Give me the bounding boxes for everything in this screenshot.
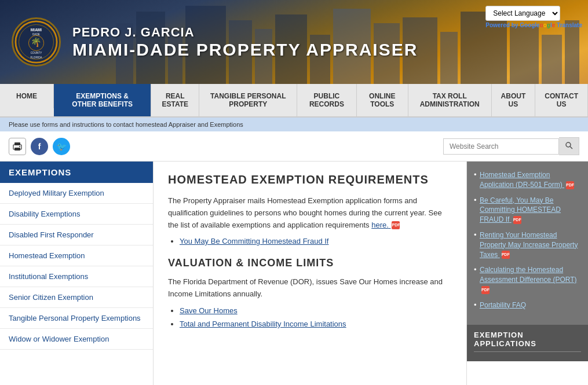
fraud-link[interactable]: You May Be Committing Homestead Fraud If	[180, 237, 328, 245]
svg-point-28	[566, 142, 571, 147]
sidebar-item-widow-or-widower-exemption[interactable]: Widow or Widower Exemption	[0, 329, 153, 350]
sidebar-item-disability-exemptions[interactable]: Disability Exemptions	[0, 204, 153, 225]
sidebar-item-institutional-exemptions[interactable]: Institutional Exemptions	[0, 266, 153, 287]
right-sidebar-link[interactable]: Portability FAQ	[480, 300, 581, 310]
nav-item-online-tools[interactable]: ONLINE TOOLS	[357, 84, 408, 116]
language-selector[interactable]: Select Language Powered by Googleoogle T…	[485, 6, 582, 28]
section2-text: The Florida Department of Revenue (DOR),…	[168, 276, 452, 300]
exemption-apps-title: EXEMPTION APPLICATIONS	[474, 331, 581, 352]
nav-item-public-records[interactable]: PUBLIC RECORDS	[297, 84, 356, 116]
pdf-icon: PDF	[392, 221, 400, 229]
svg-rect-26	[14, 148, 20, 151]
appraiser-name: PEDRO J. GARCIA	[72, 25, 418, 40]
language-select[interactable]: Select Language	[485, 6, 560, 21]
header: Select Language Powered by Googleoogle T…	[0, 0, 588, 84]
powered-by: Powered by Googleoogle Translate	[485, 22, 582, 28]
sidebar-item-senior-citizen-exemption[interactable]: Senior Citizen Exemption	[0, 287, 153, 308]
disability-income-link[interactable]: Total and Permanent Disability Income Li…	[180, 320, 346, 328]
right-sidebar-links: Homestead Exemption Application (DR-501 …	[467, 162, 588, 325]
search-input[interactable]	[443, 138, 559, 155]
section1-list: You May Be Committing Homestead Fraud If	[180, 237, 452, 245]
nav-item-tax-roll[interactable]: TAX ROLL ADMINISTRATION	[408, 84, 492, 116]
section2-title: VALUATION & INCOME LIMITS	[168, 257, 452, 269]
svg-line-29	[570, 146, 572, 149]
sidebar-item-tangible-personal-property-exemptions[interactable]: Tangible Personal Property Exemptions	[0, 308, 153, 329]
main-nav: HOMEEXEMPTIONS & OTHER BENEFITSREAL ESTA…	[0, 84, 588, 118]
right-sidebar-link[interactable]: Be Careful, You May Be Committing HOMEST…	[480, 196, 581, 225]
svg-text:MIAMI: MIAMI	[31, 28, 42, 32]
svg-text:🌴: 🌴	[31, 37, 42, 47]
pdf-icon: PDF	[513, 216, 521, 224]
pdf-icon: PDF	[502, 251, 510, 259]
nav-item-real-estate[interactable]: REAL ESTATE	[151, 84, 199, 116]
right-sidebar-list: Homestead Exemption Application (DR-501 …	[474, 167, 581, 319]
right-sidebar-link[interactable]: Homestead Exemption Application (DR-501 …	[480, 170, 581, 190]
toolbar: f 🐦	[0, 131, 588, 162]
sidebar-title: EXEMPTIONS	[0, 162, 153, 183]
right-sidebar-link[interactable]: Renting Your Homestead Property May Incr…	[480, 230, 581, 259]
save-our-homes-link[interactable]: Save Our Homes	[180, 306, 238, 315]
toolbar-icons: f 🐦	[9, 138, 70, 155]
here-link[interactable]: here. PDF	[371, 221, 400, 229]
print-button[interactable]	[9, 138, 26, 155]
main-layout: EXEMPTIONS Deployed Military ExemptionDi…	[0, 162, 588, 385]
sidebar-item-disabled-first-responder[interactable]: Disabled First Responder	[0, 225, 153, 245]
nav-item-home[interactable]: HOME	[0, 84, 54, 108]
logo: MIAMI DADE COUNTY FLORIDA 🌴	[12, 17, 61, 67]
office-title: MIAMI-DADE PROPERTY APPRAISER	[72, 40, 418, 60]
section1-title: HOMESTEAD EXEMPTION REQUIREMENTS	[168, 173, 452, 186]
svg-text:COUNTY: COUNTY	[31, 52, 43, 54]
sidebar: EXEMPTIONS Deployed Military ExemptionDi…	[0, 162, 154, 385]
exemption-apps-section: EXEMPTION APPLICATIONS	[467, 325, 588, 361]
search-bar	[443, 137, 579, 155]
right-sidebar-link[interactable]: Calculating the Homestead Assessment Dif…	[480, 265, 581, 294]
sidebar-item-deployed-military-exemption[interactable]: Deployed Military Exemption	[0, 183, 153, 204]
pdf-icon: PDF	[481, 286, 490, 294]
right-sidebar: Homestead Exemption Application (DR-501 …	[466, 162, 588, 385]
svg-point-27	[19, 146, 20, 147]
info-bar: Please use forms and instructions to con…	[0, 118, 588, 131]
nav-item-about-us[interactable]: ABOUT US	[492, 84, 536, 116]
header-title: PEDRO J. GARCIA MIAMI-DADE PROPERTY APPR…	[72, 25, 418, 60]
pdf-icon: PDF	[566, 181, 574, 189]
twitter-button[interactable]: 🐦	[53, 138, 70, 155]
facebook-button[interactable]: f	[31, 138, 48, 155]
search-button[interactable]	[559, 137, 579, 155]
info-text: Please use forms and instructions to con…	[9, 121, 243, 128]
section2-list: Save Our Homes Total and Permanent Disab…	[180, 306, 452, 328]
nav-item-exemptions[interactable]: EXEMPTIONS & OTHER BENEFITS	[54, 84, 151, 116]
main-content: HOMESTEAD EXEMPTION REQUIREMENTS The Pro…	[154, 162, 466, 385]
sidebar-menu: Deployed Military ExemptionDisability Ex…	[0, 183, 153, 350]
section1-text: The Property Appraiser mails Homestead E…	[168, 195, 452, 231]
nav-item-contact-us[interactable]: CONTACT US	[535, 84, 588, 116]
sidebar-item-homestead-exemption[interactable]: Homestead Exemption	[0, 245, 153, 266]
nav-item-tangible[interactable]: TANGIBLE PERSONAL PROPERTY	[199, 84, 297, 116]
svg-text:FLORIDA: FLORIDA	[30, 56, 42, 59]
